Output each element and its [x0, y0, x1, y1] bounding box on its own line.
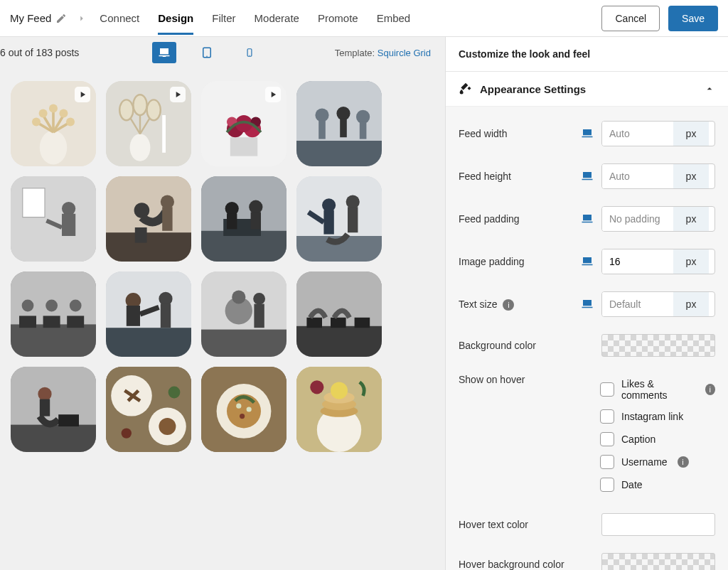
desktop-icon[interactable] — [580, 170, 594, 183]
svg-rect-25 — [296, 141, 382, 166]
info-icon[interactable]: i — [705, 384, 715, 395]
svg-rect-35 — [62, 214, 75, 236]
svg-point-62 — [46, 300, 58, 312]
svg-point-89 — [159, 418, 176, 435]
device-desktop-button[interactable] — [152, 42, 176, 63]
feed-height-input[interactable] — [602, 164, 673, 188]
hover-option[interactable]: Usernamei — [600, 451, 715, 473]
desktop-icon[interactable] — [580, 255, 594, 268]
info-icon[interactable]: i — [503, 299, 514, 311]
grid-tile[interactable] — [296, 81, 382, 166]
cancel-button[interactable]: Cancel — [601, 6, 660, 31]
chevron-right-icon — [77, 14, 87, 23]
grid-tile[interactable] — [201, 81, 287, 166]
template-link[interactable]: Squircle Grid — [378, 48, 431, 58]
svg-rect-38 — [106, 232, 191, 262]
unit-px[interactable]: px — [673, 122, 709, 146]
svg-point-54 — [346, 195, 360, 208]
svg-rect-49 — [251, 212, 261, 229]
grid-tile[interactable] — [106, 176, 191, 262]
device-mobile-button[interactable] — [237, 42, 262, 63]
svg-point-68 — [159, 292, 172, 306]
chevron-up-icon — [704, 83, 715, 95]
field-feed-width: Feed width px — [459, 112, 715, 155]
tab-moderate[interactable]: Moderate — [255, 2, 299, 34]
feed-padding-input[interactable] — [602, 207, 673, 231]
svg-point-83 — [38, 387, 51, 401]
text-size-input[interactable] — [602, 292, 673, 316]
grid-tile[interactable] — [11, 176, 96, 262]
feed-width-input[interactable] — [602, 122, 673, 146]
background-color-picker[interactable] — [601, 334, 715, 357]
section-appearance-toggle[interactable]: Appearance Settings — [446, 72, 728, 107]
svg-rect-42 — [162, 207, 172, 231]
hover-option[interactable]: Likes & commentsi — [600, 374, 715, 405]
svg-rect-80 — [355, 318, 370, 328]
image-padding-input[interactable] — [602, 249, 673, 274]
grid-tile[interactable] — [106, 81, 191, 166]
svg-rect-65 — [106, 328, 191, 357]
grid-tile[interactable] — [11, 271, 96, 357]
hover-option-label: Username — [621, 456, 668, 468]
checkbox[interactable] — [600, 409, 614, 424]
svg-rect-53 — [323, 210, 333, 235]
grid-tile[interactable] — [201, 176, 287, 262]
grid-tile[interactable] — [296, 271, 382, 357]
svg-rect-69 — [161, 304, 171, 328]
svg-rect-55 — [348, 207, 358, 232]
tab-embed[interactable]: Embed — [377, 2, 411, 34]
app-header: My Feed Connect Design Filter Moderate P… — [0, 0, 728, 37]
svg-point-6 — [39, 109, 48, 118]
desktop-icon[interactable] — [580, 298, 594, 311]
desktop-icon[interactable] — [580, 213, 594, 225]
svg-rect-31 — [360, 122, 367, 139]
checkbox[interactable] — [600, 432, 614, 446]
field-feed-padding: Feed padding px — [459, 198, 715, 240]
grid-tile[interactable] — [296, 367, 382, 452]
svg-point-26 — [315, 108, 328, 122]
hover-text-color-picker[interactable] — [601, 513, 715, 536]
grid-tile[interactable] — [201, 271, 287, 357]
grid-tile[interactable] — [106, 271, 191, 357]
tab-promote[interactable]: Promote — [318, 2, 358, 34]
info-icon[interactable]: i — [678, 456, 689, 468]
pencil-icon[interactable] — [55, 13, 67, 24]
checkbox[interactable] — [600, 478, 614, 492]
reel-icon — [170, 87, 186, 102]
hover-option-label: Caption — [621, 434, 655, 445]
svg-point-61 — [22, 300, 34, 312]
svg-point-34 — [62, 202, 75, 215]
hover-option[interactable]: Date — [600, 473, 715, 496]
tab-filter[interactable]: Filter — [212, 2, 235, 34]
svg-rect-40 — [135, 227, 147, 243]
svg-rect-57 — [11, 324, 96, 357]
svg-point-5 — [40, 131, 67, 165]
grid-tile[interactable] — [11, 81, 96, 166]
grid-tile[interactable] — [11, 367, 96, 452]
grid-tile[interactable] — [201, 367, 287, 452]
tab-connect[interactable]: Connect — [100, 2, 139, 34]
device-tablet-button[interactable] — [195, 42, 219, 63]
checkbox[interactable] — [600, 455, 614, 469]
svg-rect-18 — [230, 137, 257, 156]
grid-tile[interactable] — [106, 367, 191, 452]
svg-point-12 — [130, 134, 151, 161]
hover-bg-color-picker[interactable] — [601, 553, 715, 570]
svg-point-73 — [232, 290, 245, 303]
paint-icon — [459, 82, 473, 96]
hover-option[interactable]: Instagram link — [600, 405, 715, 428]
device-toggle — [152, 42, 262, 63]
desktop-icon[interactable] — [580, 127, 594, 140]
svg-point-15 — [147, 100, 161, 120]
svg-rect-59 — [43, 316, 60, 328]
svg-rect-60 — [67, 316, 84, 328]
save-button[interactable]: Save — [668, 6, 718, 31]
checkbox[interactable] — [600, 382, 614, 397]
svg-point-104 — [310, 380, 323, 394]
hover-option[interactable]: Caption — [600, 428, 715, 451]
grid-tile[interactable] — [296, 176, 382, 262]
svg-point-97 — [240, 414, 245, 419]
svg-point-74 — [253, 293, 265, 305]
svg-point-46 — [225, 202, 239, 215]
tab-design[interactable]: Design — [158, 2, 193, 34]
